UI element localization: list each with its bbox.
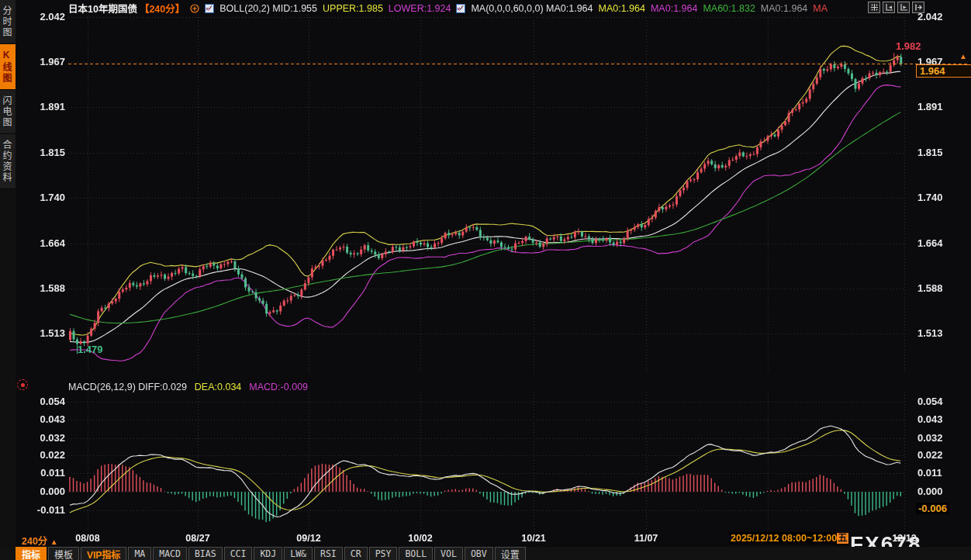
crosshair-move-icon[interactable] (868, 2, 880, 13)
chart-header: 日本10年期国债 【240分】 BOLL(20,2) MID:1.955 UPP… (68, 2, 828, 15)
toolbar-item-BOLL[interactable]: BOLL (399, 547, 433, 560)
chart-window: 分时图K线图闪电图合约资料 日本10年期国债 【240分】 BOLL(20,2)… (0, 0, 971, 560)
main-axis-tick-right-2: 1.891 (917, 101, 943, 112)
toolbar-item-RSI[interactable]: RSI (314, 547, 343, 560)
weekday-badge: 五 (837, 533, 848, 544)
high-price-label: 1.982 (896, 40, 921, 52)
x-axis-label-10/21: 10/21 (521, 533, 545, 544)
macd-value: MACD:-0.009 (249, 382, 308, 392)
x-axis-label-10/02: 10/02 (408, 533, 432, 544)
symbol-title: 日本10年期国债 (68, 1, 137, 16)
chart-toolbox (868, 2, 924, 13)
toolbar-item-LW&[interactable]: LW& (284, 547, 313, 560)
x-axis-label-08/27: 08/27 (185, 533, 209, 544)
x-axis-label-09/12: 09/12 (296, 533, 320, 544)
ma-values: MA(0,0,0,60,0,0) MA0:1.964 (471, 3, 593, 14)
zoom-in-axis-icon[interactable] (897, 2, 910, 13)
toolbar-item-VIP指标[interactable]: VIP指标 (81, 547, 126, 560)
datetime-range-box: 2025/12/12 08:00~12:00五 (729, 532, 850, 544)
x-axis-label-11/07: 11/07 (634, 533, 658, 544)
add-indicator-icon[interactable] (190, 4, 199, 13)
current-period-label[interactable]: 240分 ▲ (22, 533, 58, 548)
last-price-box: 1.964 (916, 64, 971, 78)
ma0-gray-value: MA0:1.964 (761, 3, 807, 14)
macd-axis-tick-right-5: 0.000 (917, 486, 943, 497)
bottom-toolbar: 指标模板VIP指标MAMACDBIASCCIKDJLW&RSICRPSYBOLL… (0, 547, 971, 560)
macd-axis-tick-right-4: 0.011 (917, 467, 942, 479)
period-badge[interactable]: 【240分】 (140, 1, 185, 16)
toolbar-item-CR[interactable]: CR (344, 547, 368, 560)
toolbar-item-指标[interactable]: 指标 (16, 547, 47, 560)
macd-params: MACD(26,12,9) DIFF:0.029 (68, 382, 187, 392)
boll-values: BOLL(20,2) MID:1.955 (219, 3, 317, 14)
toolbar-item-BIAS[interactable]: BIAS (188, 547, 223, 560)
toolbar-item-KDJ[interactable]: KDJ (254, 547, 282, 560)
boll-lower-value: LOWER:1.924 (389, 3, 451, 14)
x-axis-label-08/08: 08/08 (75, 533, 99, 544)
boll-upper-value: UPPER:1.985 (323, 3, 383, 14)
main-axis-tick-right-4: 1.740 (917, 192, 943, 203)
boll-indicator-icon[interactable] (205, 4, 214, 13)
candlestick-chart-canvas[interactable] (0, 0, 971, 560)
macd-last-value-box: -0.006 (916, 503, 949, 514)
live-indicator-icon[interactable] (17, 379, 28, 390)
macd-axis-tick-right-2: 0.032 (917, 432, 943, 444)
toolbar-item-PSY[interactable]: PSY (369, 547, 398, 560)
ma0-yellow-value: MA0:1.964 (598, 3, 644, 14)
low-price-label: 1.479 (78, 344, 103, 355)
macd-axis-tick-right-3: 0.022 (917, 449, 943, 461)
macd-header: MACD(26,12,9) DIFF:0.029 DEA:0.034 MACD:… (68, 382, 308, 392)
price-up-arrow-icon: ▲ (959, 52, 967, 60)
left-sidebar: 分时图K线图闪电图合约资料 (0, 0, 16, 560)
macd-axis-tick-right-0: 0.054 (917, 396, 943, 407)
toolbar-item-CCI[interactable]: CCI (224, 547, 253, 560)
toolbar-item-MACD[interactable]: MACD (153, 547, 187, 560)
ma60-value: MA60:1.832 (703, 3, 755, 14)
toolbar-item-MA[interactable]: MA (128, 547, 151, 560)
expand-panel-icon[interactable] (912, 2, 924, 13)
sidebar-tab-3[interactable]: 合约资料 (0, 134, 16, 189)
toolbar-item-OBV[interactable]: OBV (465, 547, 493, 560)
toolbar-item-模板[interactable]: 模板 (48, 547, 79, 560)
sidebar-tab-2[interactable]: 闪电图 (0, 90, 16, 134)
main-axis-tick-right-5: 1.664 (917, 237, 943, 249)
zoom-out-axis-icon[interactable] (883, 2, 895, 13)
toolbar-item-VOL[interactable]: VOL (434, 547, 463, 560)
ma-indicator-icon[interactable] (456, 4, 465, 13)
macd-axis-tick-right-1: 0.043 (917, 413, 943, 425)
sidebar-tab-0[interactable]: 分时图 (0, 0, 16, 44)
sidebar-tab-1[interactable]: K线图 (0, 44, 16, 90)
macd-dea-value: DEA:0.034 (195, 382, 241, 392)
main-axis-tick-right-3: 1.815 (917, 147, 943, 158)
ma0-magenta-value: MA0:1.964 (651, 3, 697, 14)
main-axis-tick-right-7: 1.513 (917, 327, 943, 339)
toolbar-item-设置[interactable]: 设置 (495, 547, 526, 560)
main-axis-tick-right-6: 1.588 (917, 282, 943, 294)
ma-red-label: MA (813, 3, 828, 14)
